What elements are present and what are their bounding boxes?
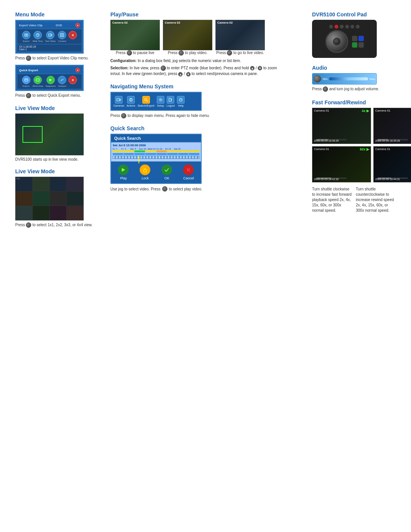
cp-side-btn-4[interactable] [358,42,364,48]
prev-icon: ▲ [178,72,183,77]
cam-bg-1 [111,20,159,50]
export-video-clip-screen: Export Video Clip DVD × Export [15,20,84,54]
svg-marker-11 [49,79,52,81]
quick-export-header: Quick Export × [18,67,81,73]
qs-bar-cell [113,150,123,152]
help-label: Help [178,104,183,107]
qs-cancel-icon[interactable] [183,165,194,175]
svg-rect-5 [49,34,51,36]
quick-search-box: Quick Search Sat Jul 8 13:00:00 2006 Fr.… [110,134,202,184]
qe-analyze-label: Analyze [58,85,66,87]
nav-help: ? Help [177,96,185,107]
qs-bar-cell-b [145,153,156,155]
qs-cancel-label: Cancel [183,176,194,180]
cam-label-1: Camera 02 [112,21,127,24]
cp-btn-2[interactable] [335,25,338,29]
qe-analyze-icon [58,76,66,84]
live-view-2-title: Live View Mode [15,168,99,174]
svg-rect-15 [117,99,119,101]
ff-bg-4 [374,147,411,182]
lv-selection-border [22,126,43,142]
nav-actions: Actions [126,96,135,107]
export-icon-item: Export [22,31,30,42]
dvr-control-pad [312,20,377,58]
close-quick-export-icon[interactable]: × [75,68,80,72]
qs-lock-btn[interactable]: Lock [140,165,150,180]
camera-live: Camera 02 Press to go to live video. [215,20,265,56]
qe-sequence-icon [46,76,55,84]
close-icon[interactable]: × [75,23,80,27]
cp-btn-5[interactable] [350,25,354,29]
cameras-label: Cameras [113,104,124,107]
qs-bar-cell-b [167,153,178,155]
qs-lock-icon[interactable] [140,165,150,175]
section-menu-mode: Menu Mode Export Video Clip DVD × Export [15,11,99,98]
export-info-row: Ch 1-18:30-15 Cam 1 [18,45,81,51]
qs-cancel-btn[interactable]: Cancel [183,165,194,180]
ff-captions: Turn shuttle clockwise to increase fast … [312,185,396,213]
qs-ok-btn[interactable]: OK [161,165,172,180]
cp-side-btn-3[interactable] [352,42,357,48]
jog-icon-9 [162,186,167,192]
qs-bar-cell-b [189,153,199,155]
qs-lock-label: Lock [142,176,149,180]
grid-cell-8 [67,192,83,206]
export-label: Export [23,40,29,42]
qe-workarea-label: Work Area [33,85,43,87]
ff-ts-2: 2006-05-09 18:35:29 [375,139,400,142]
qs-timeline-dotted [113,156,199,159]
qs-bar-cell [167,150,178,152]
grid-cell-9 [16,206,32,220]
qs-play-icon[interactable] [118,165,129,175]
grid-cell-7 [50,192,67,206]
cp-btn-1[interactable] [329,25,333,29]
export-clip-label: Export Video Clip [19,24,43,27]
quick-export-icons: Export Work Area Sequence [18,74,81,89]
quick-export-caption: Press to select Quick Export menu. [15,93,99,98]
close-export-icon[interactable]: × [68,31,77,39]
content-item: Content [58,31,66,42]
qe-export-label: Export [23,85,29,87]
ff-cam-label-2: Camera 01 [375,109,390,112]
qe-close-icon[interactable]: × [68,76,77,84]
dvd-label: DVD [56,24,62,27]
export-info-text: Ch 1-18:30-15 Cam 1 [19,45,36,51]
live-caption: Press to go to live video. [215,50,265,56]
qs-play-btn[interactable]: Play [118,165,129,180]
play-pause-title: Play/Pause [110,11,301,18]
audio-slider[interactable] [329,77,368,80]
setup-label: Setup [157,104,164,107]
cam-label-2: Camera 02 [165,21,180,24]
qs-bar-row-1 [113,150,199,152]
cp-top-row [329,25,360,29]
cp-side-btn-1[interactable] [352,36,357,41]
jog-icon-8 [121,113,126,118]
cp-side-btn-2[interactable] [358,36,364,41]
close-item: × [68,31,77,42]
qs-caption: Use jog to select video. Press to select… [110,186,301,192]
ff-bg-3 [312,147,371,182]
qs-ok-icon[interactable] [161,165,172,175]
cp-middle-row [325,30,364,53]
qs-ok-label: OK [164,176,169,180]
qs-time-marker [139,156,139,163]
audio-knob[interactable] [314,75,321,83]
jog-icon-10 [323,86,328,92]
cp-btn-6[interactable] [356,25,360,29]
play-pause-desc: Configuration: In a dialog box field, jo… [110,58,278,77]
audio-title: Audio [312,65,396,71]
config-text: In a dialog box field, jog selects the n… [138,59,241,63]
cp-center-btn[interactable] [333,38,341,45]
cp-btn-3[interactable] [340,25,344,29]
cp-side-buttons [352,36,364,48]
camera-thumb-pause: Camera 02 [110,20,160,50]
qs-bar-cell [134,150,145,152]
qs-header: Quick Search [111,134,201,142]
qs-bar-row-2 [113,153,199,155]
ff-rwd-caption: Turn shuttle counterclockwise to increas… [356,187,396,213]
cp-jog-wheel[interactable] [325,30,348,53]
section-quick-search: Quick Search Quick Search Sat Jul 8 13:0… [110,125,301,192]
cp-btn-4[interactable] [345,25,349,29]
nav-menu-screen: Cameras Actions Search/Export [110,92,202,111]
svg-point-21 [160,99,161,101]
